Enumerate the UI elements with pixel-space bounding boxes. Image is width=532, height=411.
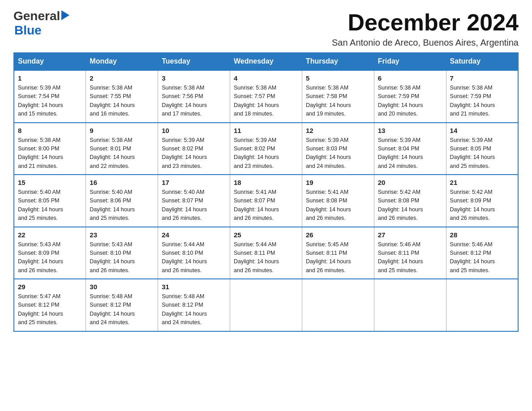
day-info: Sunrise: 5:46 AMSunset: 8:11 PMDaylight:… [378,241,423,274]
day-info: Sunrise: 5:40 AMSunset: 8:05 PMDaylight:… [18,189,63,221]
calendar-cell: 23 Sunrise: 5:43 AMSunset: 8:10 PMDaylig… [86,227,158,279]
day-number: 8 [18,127,82,134]
day-info: Sunrise: 5:41 AMSunset: 8:07 PMDaylight:… [234,189,279,221]
calendar-cell: 25 Sunrise: 5:44 AMSunset: 8:11 PMDaylig… [230,227,302,279]
day-info: Sunrise: 5:39 AMSunset: 8:02 PMDaylight:… [162,137,207,169]
day-info: Sunrise: 5:39 AMSunset: 8:05 PMDaylight:… [450,137,495,169]
page-header: General Blue December 2024 San Antonio d… [13,9,519,48]
day-number: 28 [450,231,514,239]
week-row-2: 8 Sunrise: 5:38 AMSunset: 8:00 PMDayligh… [14,123,518,175]
calendar-cell: 5 Sunrise: 5:38 AMSunset: 7:58 PMDayligh… [302,70,374,123]
day-number: 23 [90,231,154,239]
calendar-cell: 26 Sunrise: 5:45 AMSunset: 8:11 PMDaylig… [302,227,374,279]
header-thursday: Thursday [302,53,374,71]
calendar-cell: 8 Sunrise: 5:38 AMSunset: 8:00 PMDayligh… [14,123,86,175]
day-number: 9 [90,127,154,134]
calendar-cell: 22 Sunrise: 5:43 AMSunset: 8:09 PMDaylig… [14,227,86,279]
calendar-cell [374,279,446,331]
day-number: 5 [306,74,370,82]
day-number: 19 [306,179,370,186]
day-info: Sunrise: 5:42 AMSunset: 8:08 PMDaylight:… [378,189,423,221]
calendar-cell: 30 Sunrise: 5:48 AMSunset: 8:12 PMDaylig… [86,279,158,331]
day-info: Sunrise: 5:38 AMSunset: 7:57 PMDaylight:… [234,85,279,117]
day-info: Sunrise: 5:47 AMSunset: 8:12 PMDaylight:… [18,293,63,325]
title-area: December 2024 San Antonio de Areco, Buen… [332,9,519,48]
day-number: 31 [162,283,226,291]
calendar-cell: 2 Sunrise: 5:38 AMSunset: 7:55 PMDayligh… [86,70,158,123]
day-info: Sunrise: 5:38 AMSunset: 7:59 PMDaylight:… [450,85,495,117]
calendar-cell: 6 Sunrise: 5:38 AMSunset: 7:59 PMDayligh… [374,70,446,123]
day-number: 10 [162,127,226,134]
calendar-cell: 16 Sunrise: 5:40 AMSunset: 8:06 PMDaylig… [86,175,158,227]
header-friday: Friday [374,53,446,71]
calendar-cell: 13 Sunrise: 5:39 AMSunset: 8:04 PMDaylig… [374,123,446,175]
day-number: 11 [234,127,298,134]
day-number: 27 [378,231,442,239]
calendar-cell [302,279,374,331]
day-number: 4 [234,74,298,82]
calendar-cell: 29 Sunrise: 5:47 AMSunset: 8:12 PMDaylig… [14,279,86,331]
logo-blue-text: Blue [14,23,42,37]
day-info: Sunrise: 5:39 AMSunset: 7:54 PMDaylight:… [18,85,63,117]
day-info: Sunrise: 5:38 AMSunset: 8:00 PMDaylight:… [18,137,63,169]
header-saturday: Saturday [446,53,518,71]
day-number: 13 [378,127,442,134]
calendar-cell: 24 Sunrise: 5:44 AMSunset: 8:10 PMDaylig… [158,227,230,279]
calendar-cell: 15 Sunrise: 5:40 AMSunset: 8:05 PMDaylig… [14,175,86,227]
day-number: 3 [162,74,226,82]
week-row-4: 22 Sunrise: 5:43 AMSunset: 8:09 PMDaylig… [14,227,518,279]
day-number: 1 [18,74,82,82]
day-number: 16 [90,179,154,186]
day-info: Sunrise: 5:46 AMSunset: 8:12 PMDaylight:… [450,241,495,274]
day-info: Sunrise: 5:41 AMSunset: 8:08 PMDaylight:… [306,189,351,221]
day-number: 18 [234,179,298,186]
day-number: 30 [90,283,154,291]
day-number: 26 [306,231,370,239]
weekday-header-row: Sunday Monday Tuesday Wednesday Thursday… [14,53,518,71]
day-info: Sunrise: 5:43 AMSunset: 8:10 PMDaylight:… [90,241,135,274]
day-info: Sunrise: 5:48 AMSunset: 8:12 PMDaylight:… [162,293,207,325]
day-info: Sunrise: 5:38 AMSunset: 7:56 PMDaylight:… [162,85,207,117]
logo-arrow-icon [61,10,74,20]
day-number: 12 [306,127,370,134]
day-number: 25 [234,231,298,239]
calendar-cell: 17 Sunrise: 5:40 AMSunset: 8:07 PMDaylig… [158,175,230,227]
day-info: Sunrise: 5:43 AMSunset: 8:09 PMDaylight:… [18,241,63,274]
day-info: Sunrise: 5:45 AMSunset: 8:11 PMDaylight:… [306,241,351,274]
day-info: Sunrise: 5:39 AMSunset: 8:02 PMDaylight:… [234,137,279,169]
day-number: 15 [18,179,82,186]
day-info: Sunrise: 5:44 AMSunset: 8:10 PMDaylight:… [162,241,207,274]
calendar-cell: 21 Sunrise: 5:42 AMSunset: 8:09 PMDaylig… [446,175,518,227]
calendar-cell: 3 Sunrise: 5:38 AMSunset: 7:56 PMDayligh… [158,70,230,123]
day-info: Sunrise: 5:38 AMSunset: 7:55 PMDaylight:… [90,85,135,117]
day-info: Sunrise: 5:38 AMSunset: 8:01 PMDaylight:… [90,137,135,169]
calendar-cell: 9 Sunrise: 5:38 AMSunset: 8:01 PMDayligh… [86,123,158,175]
location-subtitle: San Antonio de Areco, Buenos Aires, Arge… [332,38,519,48]
calendar-cell: 10 Sunrise: 5:39 AMSunset: 8:02 PMDaylig… [158,123,230,175]
header-sunday: Sunday [14,53,86,71]
logo: General Blue [13,9,74,38]
day-info: Sunrise: 5:40 AMSunset: 8:06 PMDaylight:… [90,189,135,221]
calendar-cell: 20 Sunrise: 5:42 AMSunset: 8:08 PMDaylig… [374,175,446,227]
calendar-cell [446,279,518,331]
calendar-cell: 18 Sunrise: 5:41 AMSunset: 8:07 PMDaylig… [230,175,302,227]
day-info: Sunrise: 5:39 AMSunset: 8:04 PMDaylight:… [378,137,423,169]
calendar-cell [230,279,302,331]
header-monday: Monday [86,53,158,71]
day-number: 17 [162,179,226,186]
day-info: Sunrise: 5:44 AMSunset: 8:11 PMDaylight:… [234,241,279,274]
calendar-cell: 12 Sunrise: 5:39 AMSunset: 8:03 PMDaylig… [302,123,374,175]
calendar-cell: 7 Sunrise: 5:38 AMSunset: 7:59 PMDayligh… [446,70,518,123]
calendar-table: Sunday Monday Tuesday Wednesday Thursday… [13,52,519,332]
day-number: 2 [90,74,154,82]
day-number: 24 [162,231,226,239]
day-number: 21 [450,179,514,186]
day-number: 14 [450,127,514,134]
day-number: 6 [378,74,442,82]
month-title: December 2024 [332,9,519,36]
day-info: Sunrise: 5:38 AMSunset: 7:59 PMDaylight:… [378,85,423,117]
logo-general-text: General [13,9,60,23]
calendar-cell: 11 Sunrise: 5:39 AMSunset: 8:02 PMDaylig… [230,123,302,175]
calendar-cell: 31 Sunrise: 5:48 AMSunset: 8:12 PMDaylig… [158,279,230,331]
week-row-5: 29 Sunrise: 5:47 AMSunset: 8:12 PMDaylig… [14,279,518,331]
